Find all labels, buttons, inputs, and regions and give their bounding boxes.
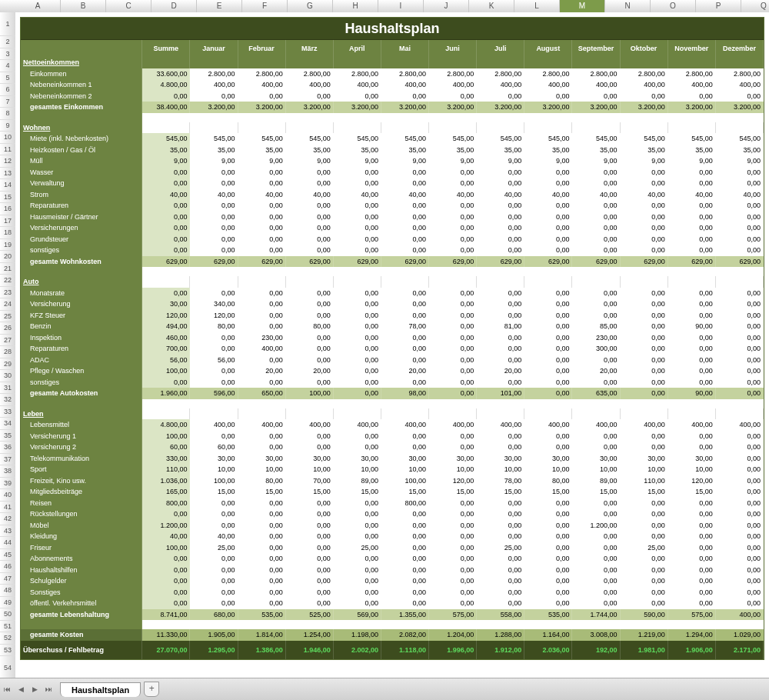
row-header-30[interactable]: 30 (0, 370, 15, 382)
row-header-3[interactable]: 3 (0, 48, 15, 61)
col-header-K[interactable]: K (469, 0, 514, 12)
row-header-35[interactable]: 35 (0, 430, 15, 442)
col-header-C[interactable]: C (106, 0, 151, 12)
col-header-M[interactable]: M (560, 0, 605, 12)
row-label[interactable]: Pflege / Waschen (21, 365, 142, 377)
row-label[interactable]: sonstiges (21, 245, 142, 256)
row-label[interactable]: gesamte Wohnkosten (21, 256, 142, 268)
worksheet-grid[interactable]: Haushaltsplan SummeJanuarFebruarMärzApri… (15, 12, 769, 678)
row-label[interactable]: Heizkosten / Gas / Öl (21, 145, 142, 156)
col-header-P[interactable]: P (696, 0, 741, 12)
row-label[interactable]: Verwaltung (21, 178, 142, 189)
row-label[interactable]: Abonnements (21, 553, 142, 565)
row-header-25[interactable]: 25 (0, 311, 15, 323)
row-header-7[interactable]: 7 (0, 96, 15, 108)
row-header-6[interactable]: 6 (0, 84, 15, 96)
row-label[interactable]: Haushaltshilfen (21, 565, 142, 576)
row-label[interactable]: Wasser (21, 167, 142, 178)
row-header-19[interactable]: 19 (0, 239, 15, 252)
row-header-45[interactable]: 45 (0, 549, 15, 562)
row-label[interactable]: Nebeneinkommen 2 (21, 91, 142, 102)
last-sheet-icon[interactable]: ⏭ (42, 683, 55, 695)
row-header-49[interactable]: 49 (0, 597, 15, 609)
row-header-52[interactable]: 52 (0, 632, 15, 645)
row-label[interactable]: Sport (21, 464, 142, 475)
row-label[interactable]: Mitgliedsbeiträge (21, 486, 142, 498)
section-Auto[interactable]: Auto (21, 276, 142, 288)
row-label[interactable]: Strom (21, 189, 142, 201)
row-header-15[interactable]: 15 (0, 192, 15, 204)
row-header-22[interactable]: 22 (0, 275, 15, 287)
row-header-53[interactable]: 53 (0, 645, 15, 657)
row-header-42[interactable]: 42 (0, 513, 15, 525)
col-header-F[interactable]: F (242, 0, 288, 12)
row-label[interactable]: Sonstiges (21, 587, 142, 598)
row-header-40[interactable]: 40 (0, 489, 15, 502)
row-label[interactable]: Monatsrate (21, 288, 142, 299)
col-header-H[interactable]: H (333, 0, 378, 12)
row-header-16[interactable]: 16 (0, 203, 15, 215)
add-sheet-icon[interactable]: + (144, 682, 159, 697)
row-label[interactable]: Telekommunikation (21, 453, 142, 465)
row-label[interactable]: Versicherung (21, 298, 142, 310)
row-label[interactable]: Miete (inkl. Nebenkosten) (21, 133, 142, 145)
row-header-24[interactable]: 24 (0, 298, 15, 311)
budget-table[interactable]: SummeJanuarFebruarMärzAprilMaiJuniJuliAu… (21, 40, 764, 659)
row-header-43[interactable]: 43 (0, 525, 15, 538)
row-header-50[interactable]: 50 (0, 608, 15, 621)
section-Nettoeinkommen[interactable]: Nettoeinkommen (21, 57, 142, 68)
col-header-G[interactable]: G (288, 0, 333, 12)
col-header-E[interactable]: E (197, 0, 242, 12)
row-header-23[interactable]: 23 (0, 287, 15, 299)
row-label[interactable]: Versicherungen (21, 222, 142, 234)
row-header-37[interactable]: 37 (0, 454, 15, 466)
row-label[interactable]: öffentl. Verkehrsmittel (21, 598, 142, 609)
col-header-O[interactable]: O (651, 0, 696, 12)
row-label[interactable]: Freizeit, Kino usw. (21, 475, 142, 487)
row-header-44[interactable]: 44 (0, 537, 15, 549)
row-label[interactable]: KFZ Steuer (21, 310, 142, 322)
row-header-36[interactable]: 36 (0, 442, 15, 454)
row-header-9[interactable]: 9 (0, 120, 15, 132)
row-header-17[interactable]: 17 (0, 215, 15, 228)
row-header-26[interactable]: 26 (0, 322, 15, 335)
row-label[interactable]: Nebeneinkommen 1 (21, 79, 142, 91)
row-header-14[interactable]: 14 (0, 179, 15, 192)
section-Leben[interactable]: Leben (21, 408, 142, 420)
row-header-13[interactable]: 13 (0, 168, 15, 180)
row-header-11[interactable]: 11 (0, 144, 15, 156)
col-header-Q[interactable]: Q (741, 0, 769, 12)
next-sheet-icon[interactable]: ▶ (28, 683, 41, 695)
column-headers[interactable]: ABCDEFGHIJKLMNOPQ (15, 0, 769, 13)
row-label[interactable]: Reparaturen (21, 343, 142, 355)
row-header-21[interactable]: 21 (0, 263, 15, 275)
row-header-31[interactable]: 31 (0, 382, 15, 395)
row-header-27[interactable]: 27 (0, 335, 15, 347)
row-label[interactable]: Reparaturen (21, 200, 142, 212)
prev-sheet-icon[interactable]: ◀ (15, 683, 27, 695)
row-header-5[interactable]: 5 (0, 72, 15, 85)
row-label[interactable]: Lebensmittel (21, 419, 142, 431)
row-label[interactable]: Möbel (21, 520, 142, 532)
col-header-L[interactable]: L (514, 0, 560, 12)
col-header-A[interactable]: A (15, 0, 61, 12)
row-label[interactable]: Benzin (21, 321, 142, 332)
row-header-28[interactable]: 28 (0, 346, 15, 358)
row-label[interactable]: Versicherung 1 (21, 431, 142, 442)
row-header-8[interactable]: 8 (0, 108, 15, 120)
row-label[interactable]: sonstiges (21, 377, 142, 388)
row-header-20[interactable]: 20 (0, 251, 15, 263)
first-sheet-icon[interactable]: ⏮ (1, 683, 13, 695)
row-header-10[interactable]: 10 (0, 132, 15, 144)
row-label[interactable]: ADAC (21, 355, 142, 366)
row-label[interactable]: Einkommen (21, 68, 142, 80)
col-header-I[interactable]: I (378, 0, 424, 12)
row-header-18[interactable]: 18 (0, 227, 15, 239)
col-header-J[interactable]: J (424, 0, 469, 12)
row-label[interactable]: Müll (21, 155, 142, 167)
row-header-29[interactable]: 29 (0, 358, 15, 371)
col-header-N[interactable]: N (605, 0, 651, 12)
row-header-47[interactable]: 47 (0, 573, 15, 585)
row-label[interactable]: Inspektion (21, 332, 142, 344)
row-header-41[interactable]: 41 (0, 502, 15, 514)
